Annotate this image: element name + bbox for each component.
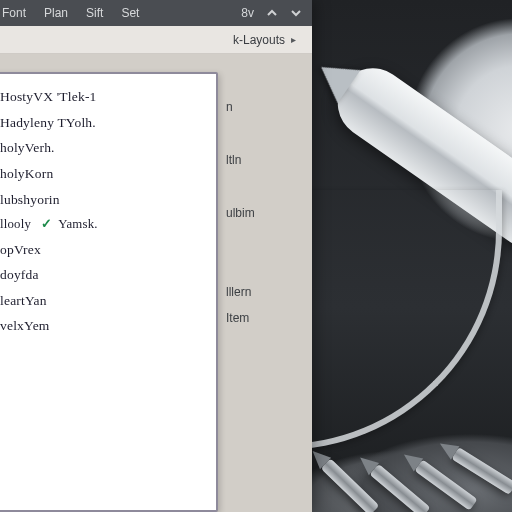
side-label: [226, 173, 298, 199]
app-window: Font Plan Sift Set 8v k-Layouts ▸ HostyV…: [0, 0, 312, 512]
list-item[interactable]: holyKorn: [0, 161, 206, 187]
layouts-dropdown[interactable]: k-Layouts ▸: [0, 26, 312, 54]
chevron-down-icon[interactable]: [290, 7, 302, 19]
style-list-panel: HostyVX 'Tlek-1 Hadyleny TYolh. holyVerh…: [0, 72, 218, 512]
side-label: ltln: [226, 147, 298, 173]
side-label: lllern: [226, 278, 298, 304]
side-label: ulbim: [226, 199, 298, 225]
list-item[interactable]: leartYan: [0, 288, 206, 314]
list-item[interactable]: lubshyorin: [0, 187, 206, 213]
list-item[interactable]: llooly ✓ Yamsk.: [0, 212, 206, 236]
menu-set[interactable]: Set: [121, 6, 139, 20]
secondary-column: n ltln ulbim lllern Item: [226, 68, 298, 331]
side-label: [226, 68, 298, 94]
layouts-label: k-Layouts: [233, 33, 285, 47]
side-label: [226, 252, 298, 278]
list-item[interactable]: opVrex: [0, 237, 206, 263]
side-label: [226, 121, 298, 147]
menu-font[interactable]: Font: [2, 6, 26, 20]
list-item[interactable]: velxYem: [0, 313, 206, 339]
side-label: [226, 226, 298, 252]
chevron-up-icon[interactable]: [266, 7, 278, 19]
list-item[interactable]: holyVerh.: [0, 135, 206, 161]
list-item[interactable]: HostyVX 'Tlek-1: [0, 84, 206, 110]
menu-sift[interactable]: Sift: [86, 6, 103, 20]
list-item[interactable]: doyfda: [0, 262, 206, 288]
menubar: Font Plan Sift Set 8v: [0, 0, 312, 26]
side-label: n: [226, 94, 298, 120]
side-label: Item: [226, 305, 298, 331]
menu-plan[interactable]: Plan: [44, 6, 68, 20]
chevron-right-icon: ▸: [291, 34, 296, 45]
page-indicator: 8v: [241, 6, 254, 20]
list-item[interactable]: Hadyleny TYolh.: [0, 110, 206, 136]
checkmark-icon: ✓: [41, 212, 52, 236]
